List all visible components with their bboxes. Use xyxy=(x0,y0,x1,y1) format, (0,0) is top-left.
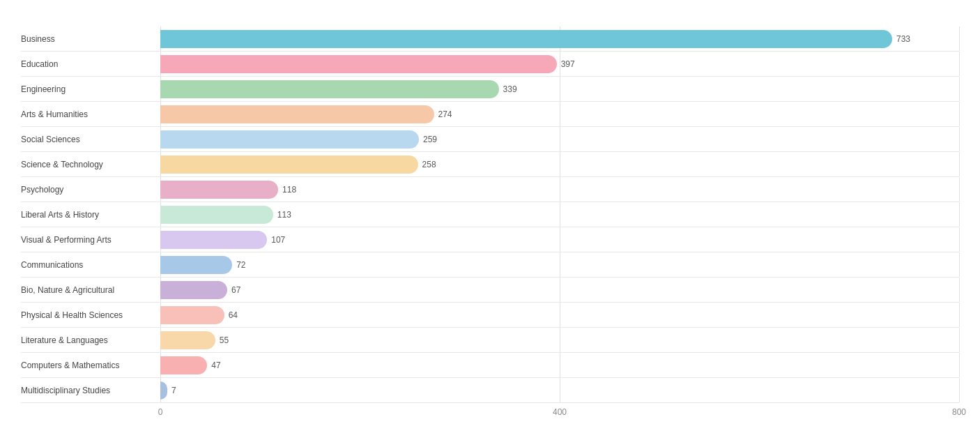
bar-row: Bio, Nature & Agricultural67 xyxy=(21,278,959,303)
bar-container: 274 xyxy=(160,102,959,126)
bar-fill xyxy=(160,281,227,299)
bar-label: Bio, Nature & Agricultural xyxy=(21,285,160,295)
bar-value-label: 339 xyxy=(503,84,517,94)
bar-value-label: 7 xyxy=(171,386,176,395)
bar-value-label: 118 xyxy=(282,185,296,195)
bar-fill xyxy=(160,55,557,73)
bar-row: Science & Technology258 xyxy=(21,152,959,177)
bar-value-label: 258 xyxy=(422,160,436,169)
bar-row: Engineering339 xyxy=(21,77,959,102)
bar-label: Multidisciplinary Studies xyxy=(21,386,160,395)
bar-label: Education xyxy=(21,59,160,69)
bar-label: Physical & Health Sciences xyxy=(21,310,160,320)
x-axis: 0400800 xyxy=(160,407,959,421)
bar-container: 67 xyxy=(160,278,959,302)
bar-value-label: 259 xyxy=(423,135,437,144)
bar-label: Social Sciences xyxy=(21,135,160,144)
bar-label: Business xyxy=(21,34,160,44)
bar-fill xyxy=(160,206,273,224)
bar-fill xyxy=(160,80,499,98)
bar-label: Arts & Humanities xyxy=(21,109,160,119)
bar-label: Computers & Mathematics xyxy=(21,361,160,370)
bar-container: 72 xyxy=(160,252,959,277)
chart-wrapper: Business733Education397Engineering339Art… xyxy=(21,26,959,421)
bar-label: Communications xyxy=(21,260,160,270)
bar-value-label: 733 xyxy=(896,34,910,44)
bar-value-label: 47 xyxy=(211,361,220,370)
bar-value-label: 274 xyxy=(438,109,452,119)
x-axis-label: 800 xyxy=(952,407,966,417)
bar-container: 118 xyxy=(160,177,959,202)
x-axis-label: 400 xyxy=(553,407,567,417)
bar-value-label: 67 xyxy=(231,285,240,295)
bar-container: 258 xyxy=(160,152,959,176)
bar-container: 733 xyxy=(160,26,959,51)
bar-label: Literature & Languages xyxy=(21,335,160,345)
bar-row: Education397 xyxy=(21,52,959,77)
bar-fill xyxy=(160,181,278,199)
bar-container: 7 xyxy=(160,378,959,402)
bar-container: 107 xyxy=(160,227,959,252)
bar-fill xyxy=(160,155,418,174)
bars-area: Business733Education397Engineering339Art… xyxy=(21,26,959,403)
bar-label: Psychology xyxy=(21,185,160,195)
bar-container: 259 xyxy=(160,127,959,151)
bar-value-label: 397 xyxy=(561,59,575,69)
bar-fill xyxy=(160,381,167,400)
bar-value-label: 113 xyxy=(277,210,291,220)
bar-label: Visual & Performing Arts xyxy=(21,235,160,245)
bar-container: 55 xyxy=(160,328,959,352)
bar-fill xyxy=(160,331,215,349)
x-axis-label: 0 xyxy=(158,407,163,417)
bar-container: 64 xyxy=(160,303,959,327)
bar-row: Physical & Health Sciences64 xyxy=(21,303,959,328)
bar-row: Psychology118 xyxy=(21,177,959,202)
bar-row: Visual & Performing Arts107 xyxy=(21,227,959,252)
bar-container: 47 xyxy=(160,353,959,377)
bar-fill xyxy=(160,30,892,48)
bar-row: Literature & Languages55 xyxy=(21,328,959,353)
bar-row: Business733 xyxy=(21,26,959,52)
bar-label: Engineering xyxy=(21,84,160,94)
bar-value-label: 72 xyxy=(236,260,245,270)
bar-value-label: 64 xyxy=(229,310,238,320)
bar-value-label: 55 xyxy=(220,335,229,345)
bar-container: 113 xyxy=(160,202,959,227)
bar-fill xyxy=(160,306,224,324)
bar-fill xyxy=(160,105,434,123)
bar-row: Liberal Arts & History113 xyxy=(21,202,959,227)
bar-label: Liberal Arts & History xyxy=(21,210,160,220)
bar-container: 397 xyxy=(160,52,959,76)
bar-row: Arts & Humanities274 xyxy=(21,102,959,127)
bar-container: 339 xyxy=(160,77,959,101)
bar-row: Communications72 xyxy=(21,252,959,278)
bar-label: Science & Technology xyxy=(21,160,160,169)
bar-row: Social Sciences259 xyxy=(21,127,959,152)
bar-fill xyxy=(160,356,207,374)
bar-fill xyxy=(160,130,419,149)
bar-fill xyxy=(160,231,267,249)
bar-value-label: 107 xyxy=(271,235,285,245)
bar-fill xyxy=(160,256,232,274)
bar-row: Multidisciplinary Studies7 xyxy=(21,378,959,403)
bar-row: Computers & Mathematics47 xyxy=(21,353,959,378)
